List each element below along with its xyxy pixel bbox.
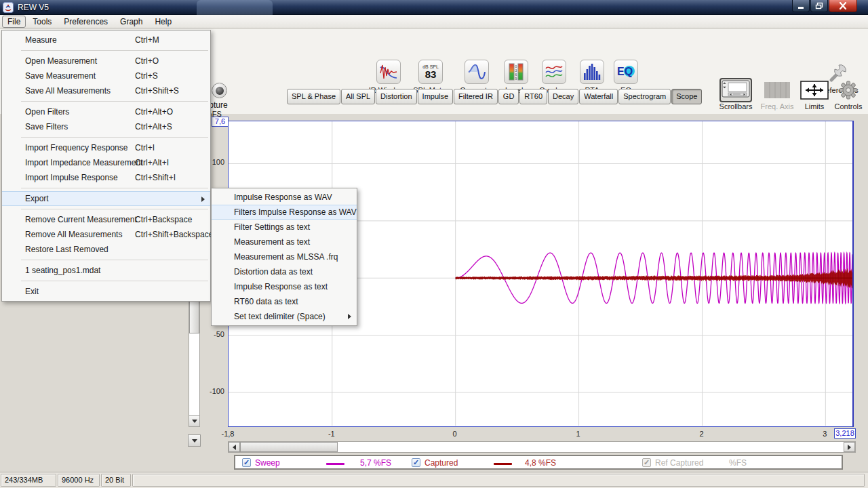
- file-menu-item-label: Remove Current Measurement: [25, 215, 137, 224]
- file-menu-item-1-seating-pos1-mdat[interactable]: 1 seating_pos1.mdat: [2, 263, 210, 278]
- x-tick-label: 3: [823, 430, 827, 438]
- export-submenu-item-filter-settings-as-text[interactable]: Filter Settings as text: [212, 220, 357, 235]
- menu-graph[interactable]: Graph: [115, 16, 148, 28]
- file-menu-accelerator: Ctrl+O: [135, 54, 159, 68]
- export-submenu-item-measurement-as-mlssa-frq[interactable]: Measurement as MLSSA .frq: [212, 249, 357, 264]
- file-menu-item-restore-last-removed[interactable]: Restore Last Removed: [2, 242, 210, 257]
- close-button[interactable]: [829, 0, 857, 12]
- down-arrow-icon: [192, 420, 197, 423]
- panel-down-arrow-button[interactable]: [188, 434, 201, 447]
- x-tick-label: 2: [699, 430, 703, 438]
- scope-hscrollbar[interactable]: [228, 441, 856, 453]
- submenu-arrow-icon: [348, 314, 351, 319]
- file-menu-item-export[interactable]: Export: [2, 191, 210, 206]
- scroll-left-button[interactable]: [229, 442, 240, 452]
- file-menu-accelerator: Ctrl+S: [135, 68, 158, 83]
- minimize-icon: [797, 3, 805, 9]
- export-submenu-item-filters-impulse-response-as-wav[interactable]: Filters Impulse Response as WAV: [212, 205, 357, 220]
- x-tick-label: 1: [576, 430, 580, 438]
- file-menu-item-open-measurement[interactable]: Open MeasurementCtrl+O: [2, 54, 210, 68]
- tab-filtered-ir[interactable]: Filtered IR: [454, 89, 498, 104]
- file-menu-item-open-filters[interactable]: Open FiltersCtrl+Alt+O: [2, 104, 210, 119]
- file-menu-item-save-measurement[interactable]: Save MeasurementCtrl+S: [2, 68, 210, 83]
- tab-decay[interactable]: Decay: [548, 89, 578, 104]
- file-menu-item-remove-all-measurements[interactable]: Remove All MeasurementsCtrl+Shift+Backsp…: [2, 227, 210, 242]
- right-arrow-icon: [848, 445, 851, 450]
- file-menu-separator: [2, 98, 210, 104]
- tab-impulse[interactable]: Impulse: [418, 89, 454, 104]
- file-menu-item-measure[interactable]: MeasureCtrl+M: [2, 33, 210, 47]
- file-menu-separator: [2, 185, 210, 191]
- status-cell-20-bit: 20 Bit: [101, 474, 131, 487]
- left-arrow-icon: [233, 445, 236, 450]
- file-menu-separator: [2, 47, 210, 54]
- export-submenu-item-rt60-data-as-text[interactable]: RT60 data as text: [212, 294, 357, 309]
- tab-gd[interactable]: GD: [498, 89, 519, 104]
- menu-file[interactable]: File: [2, 16, 26, 28]
- generator-icon: [465, 60, 489, 84]
- sweep-checkbox[interactable]: ✓: [242, 458, 251, 467]
- export-submenu-item-impulse-response-as-wav[interactable]: Impulse Response as WAV: [212, 190, 357, 205]
- check-icon: ✓: [644, 458, 650, 466]
- export-submenu-item-label: Set text delimiter (Space): [234, 312, 326, 321]
- file-menu-item-label: Export: [25, 194, 49, 203]
- graph-tabs: SPL & PhaseAll SPLDistortionImpulseFilte…: [287, 89, 702, 104]
- minimize-button[interactable]: [792, 0, 810, 12]
- captured-checkbox[interactable]: ✓: [412, 458, 420, 467]
- file-menu-accelerator: Ctrl+Shift+Backspace: [135, 227, 213, 242]
- vscrollbar-thumb[interactable]: [189, 301, 199, 333]
- x-axis-max-field[interactable]: 3,218: [834, 428, 856, 439]
- file-menu-item-save-filters[interactable]: Save FiltersCtrl+Alt+S: [2, 119, 210, 134]
- hscrollbar-thumb[interactable]: [240, 442, 338, 452]
- export-submenu-item-measurement-as-text[interactable]: Measurement as text: [212, 235, 357, 249]
- y-axis-max-field[interactable]: 7,6: [212, 117, 229, 127]
- tab-scope[interactable]: Scope: [671, 89, 702, 104]
- file-menu-item-exit[interactable]: Exit: [2, 284, 210, 299]
- window-title: REW V5: [18, 3, 49, 12]
- tab-distortion[interactable]: Distortion: [376, 89, 416, 104]
- menu-help[interactable]: Help: [149, 16, 177, 28]
- export-submenu-item-impulse-response-as-text[interactable]: Impulse Response as text: [212, 279, 357, 294]
- restore-button[interactable]: [810, 0, 828, 12]
- export-submenu-item-distortion-data-as-text[interactable]: Distortion data as text: [212, 264, 357, 279]
- ref-captured-checkbox: ✓: [642, 458, 651, 467]
- capture-graph-button[interactable]: [212, 83, 227, 98]
- scrollbars-toolbutton[interactable]: Scrollbars: [716, 79, 755, 110]
- tab-rt60[interactable]: RT60: [519, 89, 547, 104]
- file-menu-item-remove-current-measurement[interactable]: Remove Current MeasurementCtrl+Backspace: [2, 212, 210, 227]
- limits-toolbutton[interactable]: Limits: [799, 79, 830, 110]
- sweep-line-swatch: [326, 463, 344, 465]
- file-menu-item-save-all-measurements[interactable]: Save All MeasurementsCtrl+Shift+S: [2, 83, 210, 98]
- captured-legend-label: Captured: [425, 458, 458, 468]
- window-titlebar: REW V5: [0, 0, 868, 15]
- spl-meter-value: 83: [422, 69, 439, 79]
- svg-text:EQ: EQ: [617, 66, 633, 77]
- file-menu-item-import-impulse-response[interactable]: Import Impulse ResponseCtrl+Shift+I: [2, 170, 210, 185]
- tab-spl-phase[interactable]: SPL & Phase: [287, 89, 340, 104]
- controls-toolbutton[interactable]: Controls: [831, 79, 865, 110]
- sweep-rms-value: 5,7 %FS: [360, 458, 391, 468]
- file-menu-item-import-impedance-measurement[interactable]: Import Impedance MeasurementCtrl+Alt+I: [2, 155, 210, 170]
- menu-tools[interactable]: Tools: [27, 16, 57, 28]
- file-menu-separator: [2, 206, 210, 212]
- tab-all-spl[interactable]: All SPL: [341, 89, 375, 104]
- export-submenu-item-label: Filter Settings as text: [234, 222, 310, 232]
- file-menu-item-label: Exit: [25, 287, 39, 296]
- gear-icon: [838, 80, 859, 100]
- menu-preferences[interactable]: Preferences: [58, 16, 113, 28]
- scroll-down-button[interactable]: [189, 415, 199, 426]
- export-submenu-item-set-text-delimiter-space[interactable]: Set text delimiter (Space): [212, 309, 357, 324]
- tab-spectrogram[interactable]: Spectrogram: [618, 89, 671, 104]
- x-tick-label: -1,8: [222, 430, 235, 438]
- x-tick-label: 0: [453, 430, 457, 438]
- tab-waterfall[interactable]: Waterfall: [579, 89, 618, 104]
- capture-icon: [216, 87, 224, 95]
- measurement-panel-scrollbar[interactable]: [189, 296, 200, 427]
- scroll-right-button[interactable]: [844, 442, 855, 452]
- status-cell-243-334mb: 243/334MB: [1, 474, 56, 487]
- status-bar: 243/334MB96000 Hz20 Bit: [0, 472, 868, 488]
- file-menu-item-import-frequency-response[interactable]: Import Frequency ResponseCtrl+I: [2, 140, 210, 155]
- captured-rms-value: 4,8 %FS: [525, 458, 556, 468]
- file-menu-popup: MeasureCtrl+MOpen MeasurementCtrl+OSave …: [1, 30, 211, 302]
- overlays-icon: [542, 60, 566, 84]
